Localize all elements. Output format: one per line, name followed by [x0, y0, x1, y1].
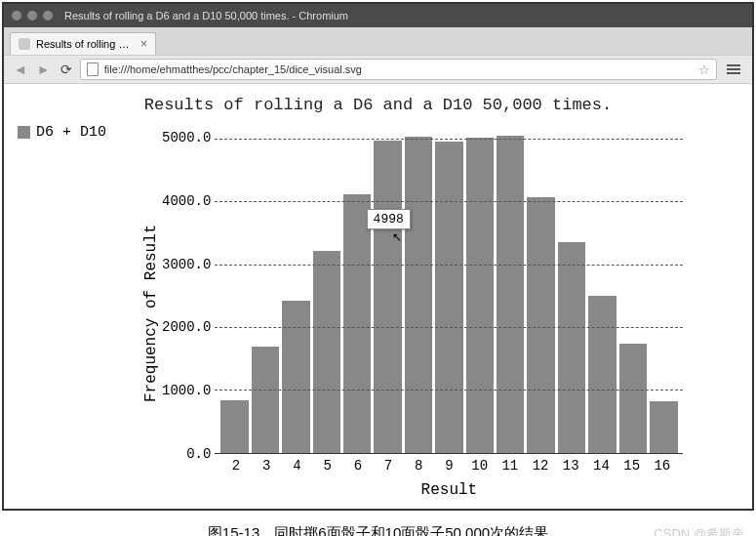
y-tick-label: 1000.0: [162, 383, 211, 398]
x-tick-label: 9: [434, 454, 464, 474]
tab-close-icon[interactable]: ×: [140, 37, 147, 51]
y-tick-label: 4000.0: [162, 193, 211, 209]
x-tick-label: 4: [282, 454, 312, 474]
y-axis-label: Frequency of Result: [140, 122, 162, 505]
gridline: [215, 201, 683, 202]
chart-bar[interactable]: [619, 344, 647, 453]
gridline: [215, 265, 683, 266]
page-content: Results of rolling a D6 and a D10 50,000…: [4, 84, 752, 509]
nav-reload-icon[interactable]: ⟳: [59, 62, 74, 77]
y-tick-label: 0.0: [186, 446, 211, 462]
chart-wrap: D6 + D10 Frequency of Result 5000.04000.…: [14, 122, 742, 505]
gridline: [215, 139, 683, 140]
gridline: [215, 327, 683, 328]
x-axis-ticks: 2345678910111213141516: [215, 454, 683, 474]
window-titlebar: Results of rolling a D6 and a D10 50,000…: [4, 4, 752, 27]
url-text: file:///home/ehmatthes/pcc/chapter_15/di…: [104, 63, 693, 75]
nav-back-icon[interactable]: ◄: [12, 62, 29, 77]
window-controls[interactable]: [12, 11, 53, 21]
url-input[interactable]: file:///home/ehmatthes/pcc/chapter_15/di…: [80, 59, 717, 80]
address-bar: ◄ ► ⟳ file:///home/ehmatthes/pcc/chapter…: [4, 55, 752, 84]
x-tick-label: 6: [342, 454, 373, 474]
legend-swatch-icon: [18, 126, 30, 139]
browser-tab[interactable]: Results of rolling a D6 ×: [10, 32, 156, 55]
x-tick-label: 15: [617, 454, 647, 474]
chart-bar[interactable]: [282, 301, 309, 453]
chart-title: Results of rolling a D6 and a D10 50,000…: [14, 96, 742, 114]
bar-tooltip: 4998: [367, 209, 411, 229]
window-title: Results of rolling a D6 and a D10 50,000…: [64, 10, 348, 21]
plot-area: 4998 ↖: [215, 122, 683, 454]
watermark: CSDN @希斯奎: [654, 525, 744, 537]
x-tick-label: 16: [647, 454, 677, 474]
chart-bar[interactable]: [435, 142, 462, 453]
tab-label: Results of rolling a D6: [36, 38, 135, 50]
x-tick-label: 12: [525, 454, 555, 474]
figure-caption-row: 图15-13 同时掷6面骰子和10面骰子50 000次的结果 CSDN @希斯奎: [0, 524, 756, 536]
chart-bar[interactable]: [650, 401, 677, 453]
figure-caption: 图15-13 同时掷6面骰子和10面骰子50 000次的结果: [208, 524, 548, 536]
y-tick-label: 5000.0: [162, 130, 211, 145]
tab-favicon-icon: [19, 38, 30, 50]
window-max-dot[interactable]: [43, 11, 53, 21]
plot-and-xaxis: 4998 ↖ 2345678910111213141516 Result: [215, 122, 683, 505]
x-tick-label: 7: [373, 454, 403, 474]
tooltip-value: 4998: [374, 212, 404, 227]
screenshot-frame: Results of rolling a D6 and a D10 50,000…: [2, 2, 754, 511]
chart-bar[interactable]: [220, 400, 248, 453]
window-close-dot[interactable]: [12, 11, 21, 21]
legend-label: D6 + D10: [36, 124, 106, 141]
y-tick-label: 3000.0: [162, 257, 211, 272]
x-tick-label: 5: [312, 454, 342, 474]
nav-forward-icon: ►: [35, 62, 53, 77]
x-tick-label: 8: [404, 454, 434, 474]
x-tick-label: 14: [586, 454, 617, 474]
chart-bar[interactable]: [374, 141, 401, 453]
file-icon: [87, 62, 99, 76]
chart-bar[interactable]: [252, 347, 279, 453]
chart-bar[interactable]: [527, 197, 554, 453]
plot-column: Frequency of Result 5000.04000.03000.020…: [140, 122, 742, 505]
bars-container: [215, 122, 683, 453]
chart-bar[interactable]: [466, 138, 494, 453]
mouse-cursor-icon: ↖: [392, 230, 402, 244]
legend-item: D6 + D10: [18, 124, 140, 141]
bookmark-star-icon[interactable]: ☆: [698, 62, 710, 77]
gridline: [215, 390, 683, 391]
x-tick-label: 10: [464, 454, 495, 474]
chart-legend: D6 + D10: [14, 122, 140, 505]
chart-bar[interactable]: [588, 296, 616, 453]
x-tick-label: 13: [556, 454, 586, 474]
chart-bar[interactable]: [497, 136, 524, 453]
chart-bar[interactable]: [558, 242, 585, 453]
hamburger-menu-icon[interactable]: [723, 64, 744, 74]
window-min-dot[interactable]: [27, 11, 37, 21]
chart-bar[interactable]: [343, 194, 371, 453]
chart-bar[interactable]: [405, 137, 432, 453]
y-axis-ticks: 5000.04000.03000.02000.01000.00.0: [162, 122, 215, 454]
tab-bar: Results of rolling a D6 ×: [4, 27, 752, 55]
chart-bar[interactable]: [313, 251, 340, 453]
x-tick-label: 2: [220, 454, 251, 474]
x-tick-label: 3: [252, 454, 282, 474]
x-axis-label: Result: [215, 481, 683, 499]
x-tick-label: 11: [495, 454, 525, 474]
y-tick-label: 2000.0: [162, 319, 211, 335]
